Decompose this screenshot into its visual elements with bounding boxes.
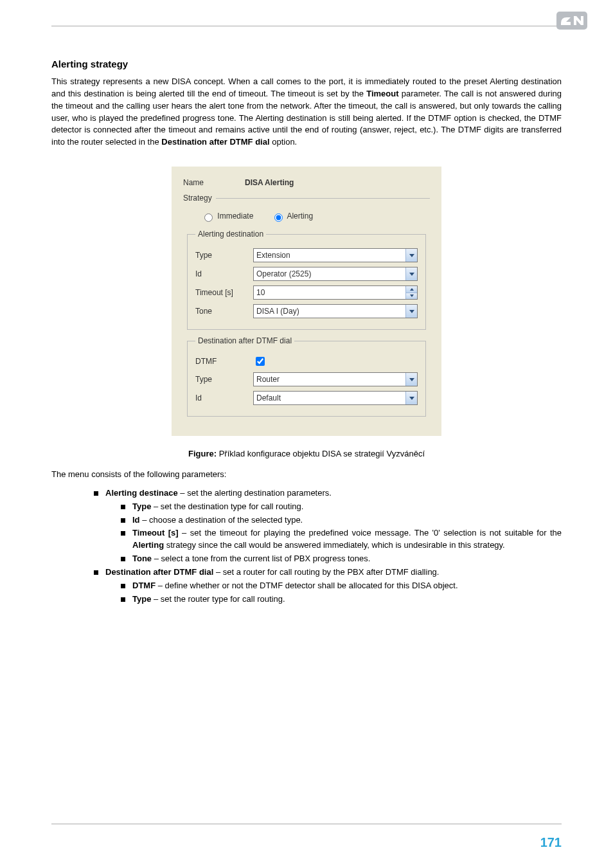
type2-select[interactable]: Router	[253, 372, 418, 386]
list-item: DTMF – define whether or not the DTMF de…	[121, 580, 562, 592]
dest-after-dtmf-legend: Destination after DTMF dial	[195, 336, 294, 345]
list-item: Type – set the destination type for call…	[121, 501, 562, 513]
header-divider	[51, 26, 562, 26]
id2-select[interactable]: Default	[253, 391, 418, 405]
step-down-icon[interactable]	[406, 293, 417, 300]
dtmf-checkbox[interactable]	[256, 357, 265, 366]
id-label: Id	[195, 269, 253, 278]
strategy-legend: Strategy	[183, 194, 216, 203]
radio-alerting[interactable]: Alerting	[271, 212, 313, 221]
list-item: Tone – select a tone from the current li…	[121, 553, 562, 565]
name-label: Name	[183, 178, 245, 187]
tone-select[interactable]: DISA I (Day)	[253, 304, 418, 318]
chevron-down-icon	[405, 267, 417, 280]
inline-bold-timeout: Timeout	[366, 89, 398, 98]
chevron-down-icon	[405, 249, 417, 262]
list-item: Type – set the router type for call rout…	[121, 593, 562, 606]
footer-divider	[51, 824, 562, 824]
id2-label: Id	[195, 393, 253, 402]
tone-label: Tone	[195, 307, 253, 316]
strategy-group: Strategy Immediate Alerting Alerting des…	[183, 194, 430, 424]
inline-bold-destafter: Destination after DTMF dial	[161, 137, 269, 147]
page-number: 171	[540, 835, 562, 850]
list-item: Alerting destinace – set the alerting de…	[94, 487, 562, 565]
type2-label: Type	[195, 375, 253, 384]
dest-after-dtmf-group: Destination after DTMF dial DTMF Type Ro…	[187, 336, 426, 417]
alerting-destination-legend: Alerting destination	[195, 230, 266, 239]
config-dialog: Name DISA Alerting Strategy Immediate Al…	[172, 167, 441, 436]
params-intro: The menu consists of the following param…	[51, 469, 562, 481]
timeout-label: Timeout [s]	[195, 288, 253, 297]
radio-immediate[interactable]: Immediate	[201, 212, 253, 221]
list-item: Id – choose a destination of the selecte…	[121, 514, 562, 527]
timeout-stepper[interactable]: 10	[253, 285, 418, 300]
chevron-down-icon	[405, 305, 417, 318]
type-label: Type	[195, 251, 253, 260]
section-paragraph: This strategy represents a new DISA conc…	[51, 76, 562, 149]
chevron-down-icon	[405, 373, 417, 386]
brand-logo	[556, 12, 587, 32]
dtmf-label: DTMF	[195, 357, 253, 366]
type-select[interactable]: Extension	[253, 248, 418, 262]
list-item: Destination after DTMF dial – set a rout…	[94, 566, 562, 606]
chevron-down-icon	[405, 392, 417, 404]
name-value: DISA Alerting	[245, 178, 294, 187]
figure-caption: Figure: Příklad konfigurace objektu DISA…	[51, 449, 562, 458]
alerting-destination-group: Alerting destination Type Extension Id O…	[187, 230, 426, 330]
id-select[interactable]: Operator (2525)	[253, 267, 418, 281]
section-title: Alerting strategy	[51, 59, 562, 69]
list-item: Timeout [s] – set the timeout for playin…	[121, 527, 562, 552]
step-up-icon[interactable]	[406, 286, 417, 293]
